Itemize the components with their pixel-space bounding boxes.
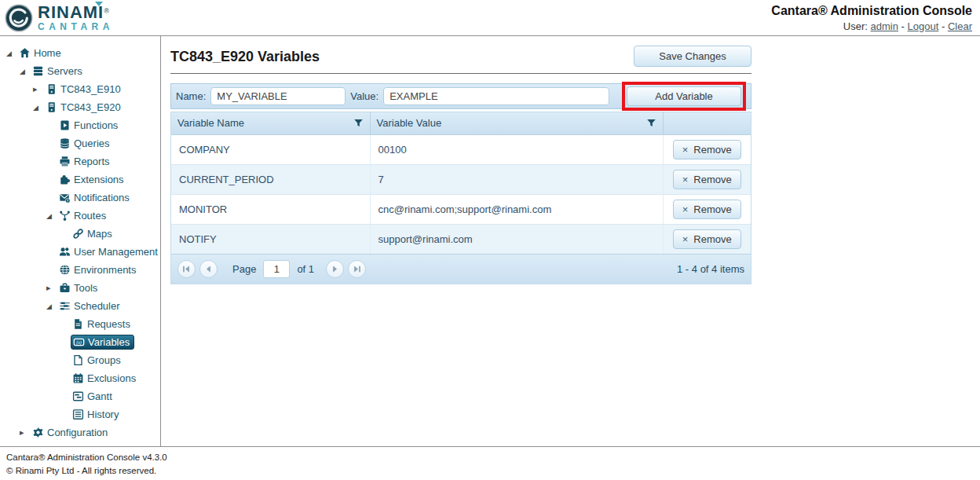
tree-node-functions[interactable]: Functions — [57, 119, 122, 132]
tree-node-configuration[interactable]: Configuration — [31, 426, 112, 439]
sidebar-item-history[interactable]: History — [0, 405, 160, 423]
sidebar-item-tools[interactable]: ▸Tools — [0, 279, 160, 297]
tree-node-label: Maps — [87, 228, 112, 240]
sidebar-item-groups[interactable]: Groups — [0, 351, 160, 369]
pager-prev-button[interactable] — [199, 260, 218, 278]
tree-node-history[interactable]: History — [71, 408, 122, 421]
variable-value-input[interactable] — [383, 87, 609, 105]
sidebar-item-scheduler[interactable]: ◢Scheduler — [0, 297, 160, 315]
groups-icon — [72, 354, 84, 366]
tree-node-tc843-e910[interactable]: TC843_E910 — [44, 82, 125, 96]
remove-button[interactable]: ×Remove — [673, 170, 741, 189]
sidebar-item-environments[interactable]: Environments — [0, 261, 160, 279]
variable-name-cell: NOTIFY — [171, 224, 370, 254]
expander-expanded-icon[interactable]: ◢ — [20, 68, 31, 75]
remove-button[interactable]: ×Remove — [673, 200, 741, 219]
tree-node-label: Routes — [74, 210, 106, 222]
sidebar-item-notifications[interactable]: Notifications — [0, 189, 160, 207]
tree-node-reports[interactable]: Reports — [57, 155, 114, 168]
tree-node-scheduler[interactable]: Scheduler — [57, 299, 124, 313]
tree-node-queries[interactable]: Queries — [57, 137, 114, 150]
clear-link[interactable]: Clear — [948, 20, 972, 32]
value-label: Value: — [350, 90, 378, 102]
tree-node-environments[interactable]: Environments — [57, 263, 140, 277]
brand-secondary-text: CANTARA — [38, 22, 114, 31]
tree-node-label: Extensions — [74, 174, 124, 185]
expander-expanded-icon[interactable]: ◢ — [46, 302, 57, 310]
tree-node-label: Scheduler — [74, 300, 120, 312]
tree-node-notifications[interactable]: Notifications — [57, 191, 133, 204]
pager-last-button[interactable] — [348, 260, 366, 278]
expander-expanded-icon[interactable]: ◢ — [46, 212, 57, 220]
sidebar-item-requests[interactable]: Requests — [0, 315, 160, 333]
expander-collapsed-icon[interactable]: ▸ — [46, 283, 57, 293]
sidebar-item-configuration[interactable]: ▸Configuration — [0, 423, 160, 442]
tree-node-label: Requests — [87, 318, 130, 330]
logout-link[interactable]: Logout — [908, 20, 939, 32]
tree-node-label: Notifications — [74, 192, 130, 203]
page-number-input[interactable] — [263, 260, 290, 278]
home-icon — [19, 47, 31, 59]
variable-value-cell: 7 — [370, 164, 663, 194]
sidebar-item-gantt[interactable]: Gantt — [0, 387, 160, 405]
title-separator — [170, 73, 751, 74]
filter-icon[interactable] — [353, 118, 364, 128]
user-name-link[interactable]: admin — [871, 20, 898, 32]
tree-node-gantt[interactable]: Gantt — [71, 390, 116, 403]
tree-node-routes[interactable]: Routes — [57, 209, 110, 222]
pager-first-button[interactable] — [177, 260, 196, 278]
sidebar-item-servers[interactable]: ◢Servers — [0, 62, 160, 80]
remove-button[interactable]: ×Remove — [673, 229, 741, 249]
expander-expanded-icon[interactable]: ◢ — [6, 49, 17, 57]
user-label: User: — [843, 20, 868, 32]
maps-icon — [72, 228, 84, 240]
sidebar-item-queries[interactable]: Queries — [0, 134, 160, 152]
close-icon: × — [682, 174, 689, 185]
requests-icon — [72, 318, 84, 330]
sidebar-item-routes[interactable]: ◢Routes — [0, 207, 160, 225]
sidebar-item-reports[interactable]: Reports — [0, 152, 160, 170]
brand-triangle-icon — [95, 2, 103, 6]
sidebar-item-functions[interactable]: Functions — [0, 116, 160, 134]
tree-node-label: User Management — [74, 246, 158, 258]
tree-node-tc843-e920[interactable]: TC843_E920 — [44, 101, 125, 114]
sidebar-item-tc843-e920[interactable]: ◢TC843_E920 — [0, 98, 160, 116]
column-header-variable-value[interactable]: Variable Value — [370, 112, 663, 134]
tree-node-variables[interactable]: (x)Variables — [71, 335, 134, 350]
sidebar-item-exclusions[interactable]: Exclusions — [0, 369, 160, 387]
tree-node-exclusions[interactable]: Exclusions — [71, 372, 140, 385]
filter-icon[interactable] — [646, 118, 656, 128]
remove-button-label: Remove — [693, 144, 731, 156]
variable-value-cell: support@rinami.com — [370, 224, 663, 254]
remove-button[interactable]: ×Remove — [673, 140, 741, 159]
tree-node-extensions[interactable]: Extensions — [57, 173, 128, 186]
tree-node-maps[interactable]: Maps — [71, 227, 116, 240]
expander-expanded-icon[interactable]: ◢ — [33, 104, 44, 112]
scheduler-icon — [59, 300, 71, 312]
add-variable-button[interactable]: Add Variable — [627, 86, 741, 106]
name-label: Name: — [176, 90, 206, 102]
save-changes-button[interactable]: Save Changes — [634, 46, 751, 67]
tree-node-tools[interactable]: Tools — [57, 281, 101, 295]
sidebar-item-extensions[interactable]: Extensions — [0, 170, 160, 189]
tree-node-user-management[interactable]: User Management — [57, 245, 161, 258]
sidebar-item-user-management[interactable]: User Management — [0, 243, 160, 261]
sidebar-item-tc843-e910[interactable]: ▸TC843_E910 — [0, 80, 160, 98]
notifications-icon — [59, 192, 71, 203]
tree-node-groups[interactable]: Groups — [71, 354, 125, 367]
pager-next-button[interactable] — [326, 260, 344, 278]
tree-node-requests[interactable]: Requests — [71, 317, 134, 331]
column-header-variable-name[interactable]: Variable Name — [171, 112, 370, 134]
tree-node-servers[interactable]: Servers — [31, 64, 86, 78]
variable-name-input[interactable] — [210, 87, 346, 105]
tree-node-label: Servers — [47, 65, 82, 77]
expander-collapsed-icon[interactable]: ▸ — [20, 427, 31, 438]
tree-node-home[interactable]: Home — [17, 46, 65, 60]
sidebar-item-maps[interactable]: Maps — [0, 225, 160, 243]
annotation-highlight: Add Variable — [622, 82, 746, 111]
expander-collapsed-icon[interactable]: ▸ — [33, 84, 44, 94]
sidebar-item-variables[interactable]: (x)Variables — [0, 333, 160, 351]
sidebar-item-home[interactable]: ◢Home — [0, 44, 160, 62]
caret-right-icon — [331, 265, 339, 273]
extensions-icon — [59, 174, 71, 185]
